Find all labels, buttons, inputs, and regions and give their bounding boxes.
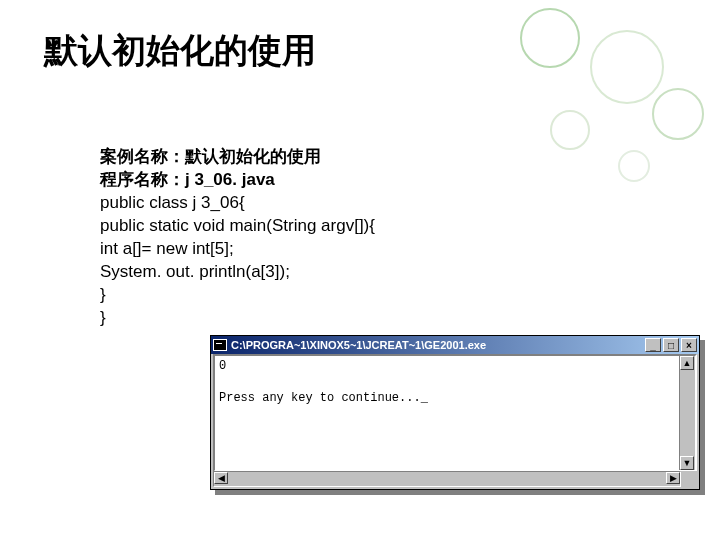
program-name: 程序名称：j 3_06. java — [100, 169, 450, 192]
command-prompt-icon — [213, 339, 227, 351]
decorative-dots — [500, 0, 720, 200]
console-window: C:\PROGRA~1\XINOX5~1\JCREAT~1\GE2001.exe… — [210, 335, 700, 490]
scroll-right-icon[interactable]: ▶ — [666, 472, 680, 484]
scroll-left-icon[interactable]: ◀ — [214, 472, 228, 484]
page-title: 默认初始化的使用 — [44, 28, 316, 74]
example-name: 案例名称：默认初始化的使用 — [100, 146, 450, 169]
titlebar: C:\PROGRA~1\XINOX5~1\JCREAT~1\GE2001.exe… — [211, 336, 699, 354]
scroll-down-icon[interactable]: ▼ — [680, 456, 694, 470]
console-body: 0 Press any key to continue..._ ▲ ▼ — [213, 354, 697, 472]
minimize-button[interactable]: _ — [645, 338, 661, 352]
code-block: public class j 3_06{ public static void … — [100, 192, 450, 330]
code-example-box: 案例名称：默认初始化的使用 程序名称：j 3_06. java public c… — [100, 146, 450, 330]
vertical-scrollbar[interactable]: ▲ ▼ — [679, 356, 695, 470]
window-title: C:\PROGRA~1\XINOX5~1\JCREAT~1\GE2001.exe — [231, 339, 486, 351]
scroll-up-icon[interactable]: ▲ — [680, 356, 694, 370]
resize-grip[interactable] — [681, 471, 697, 487]
horizontal-scrollbar[interactable]: ◀ ▶ — [213, 471, 681, 487]
console-output: 0 Press any key to continue..._ — [219, 358, 428, 407]
close-button[interactable]: × — [681, 338, 697, 352]
maximize-button[interactable]: □ — [663, 338, 679, 352]
